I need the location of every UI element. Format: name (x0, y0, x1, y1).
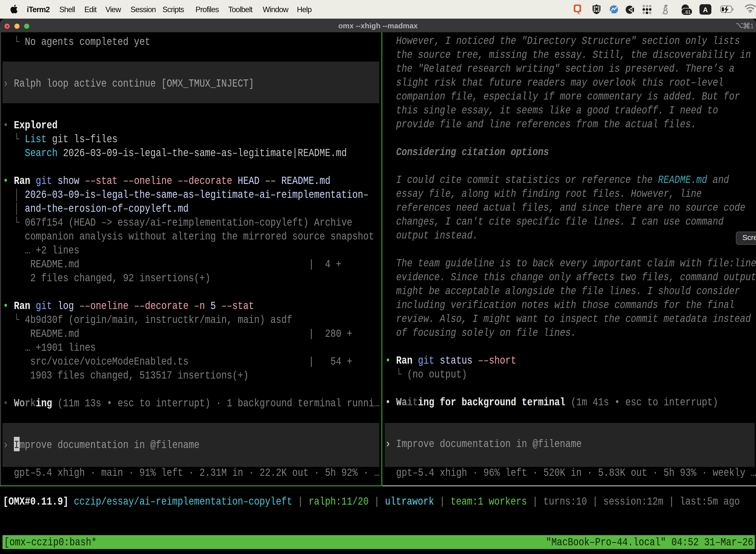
svg-text:1: 1 (750, 22, 754, 29)
svg-text:..61: ..61 (683, 9, 691, 15)
svg-text:A: A (703, 6, 708, 14)
